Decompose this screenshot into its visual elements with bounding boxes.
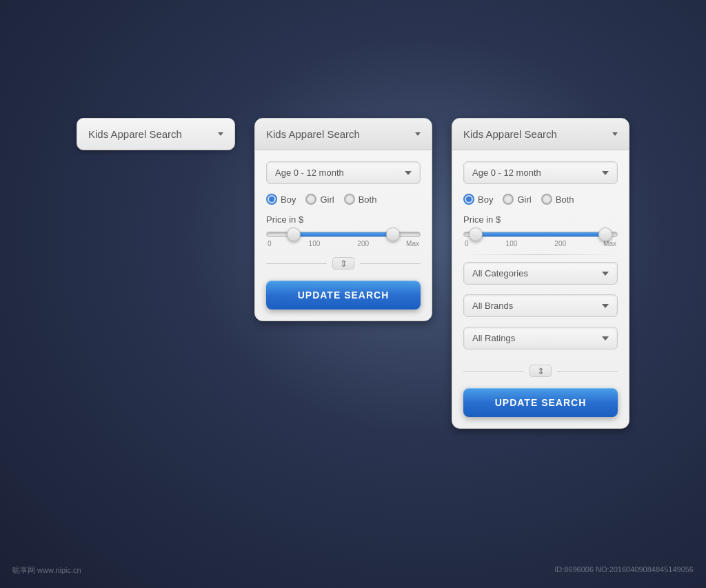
update-search-button-large[interactable]: UPDATE SEARCH bbox=[463, 388, 618, 417]
widget-medium: Kids Apparel Search Age 0 - 12 month Boy bbox=[254, 118, 432, 321]
ratings-dropdown-large[interactable]: All Ratings bbox=[463, 327, 618, 349]
widget-medium-title: Kids Apparel Search bbox=[266, 128, 360, 140]
collapsed-chevron-icon bbox=[218, 132, 223, 136]
toggle-center-medium[interactable]: ⇕ bbox=[332, 257, 354, 270]
slider-thumb-left-large[interactable] bbox=[469, 227, 483, 241]
radio-label-boy-medium: Boy bbox=[281, 194, 296, 205]
radio-circle-girl-medium bbox=[305, 194, 316, 205]
widget-large-chevron-icon bbox=[612, 132, 618, 136]
collapsed-title: Kids Apparel Search bbox=[88, 128, 182, 140]
slider-fill-large bbox=[472, 232, 609, 236]
age-dropdown-large-chevron-icon bbox=[602, 171, 609, 175]
watermark-right: ID:8696006 NO:20160409084845149056 bbox=[554, 565, 694, 576]
widget-medium-body: Age 0 - 12 month Boy Girl Both bbox=[255, 150, 432, 321]
age-dropdown-medium-label: Age 0 - 12 month bbox=[275, 168, 344, 178]
radio-circle-both-large bbox=[541, 194, 552, 205]
tick-max-medium: Max bbox=[406, 240, 419, 247]
toggle-line-left-large bbox=[463, 371, 524, 372]
divider-1-large bbox=[463, 254, 618, 255]
toggle-line-right-large bbox=[557, 371, 618, 372]
slider-thumb-right-medium[interactable] bbox=[386, 227, 400, 241]
slider-track-large bbox=[463, 232, 618, 237]
widget-large: Kids Apparel Search Age 0 - 12 month Boy bbox=[452, 118, 629, 429]
gender-radio-group-medium: Boy Girl Both bbox=[266, 194, 421, 205]
price-label-large: Price in $ bbox=[463, 214, 618, 225]
toggle-center-large[interactable]: ⇕ bbox=[530, 365, 552, 377]
slider-fill-medium bbox=[290, 232, 396, 236]
watermark: 昵享网 www.nipic.cn ID:8696006 NO:201604090… bbox=[0, 565, 706, 576]
brands-dropdown-large-chevron-icon bbox=[602, 304, 609, 308]
brands-dropdown-large-label: All Brands bbox=[472, 301, 513, 311]
radio-label-both-medium: Both bbox=[359, 194, 377, 205]
widget-large-title: Kids Apparel Search bbox=[463, 128, 557, 140]
tick-200-large: 200 bbox=[554, 240, 566, 247]
toggle-line-left-medium bbox=[266, 263, 327, 264]
radio-circle-boy-medium bbox=[266, 194, 277, 205]
expand-toggle-medium[interactable]: ⇕ bbox=[266, 252, 421, 275]
widgets-row: Kids Apparel Search Kids Apparel Search … bbox=[77, 118, 629, 470]
expand-toggle-large[interactable]: ⇕ bbox=[463, 359, 618, 383]
tick-0-medium: 0 bbox=[268, 240, 272, 247]
radio-circle-girl-large bbox=[503, 194, 514, 205]
categories-dropdown-large-chevron-icon bbox=[602, 272, 609, 276]
widget-medium-chevron-icon bbox=[415, 132, 421, 136]
radio-label-girl-medium: Girl bbox=[320, 194, 334, 205]
radio-girl-large[interactable]: Girl bbox=[503, 194, 531, 205]
slider-track-medium bbox=[266, 232, 421, 237]
widget-medium-header[interactable]: Kids Apparel Search bbox=[255, 119, 432, 150]
widget-large-body: Age 0 - 12 month Boy Girl Both bbox=[452, 150, 629, 428]
watermark-left: 昵享网 www.nipic.cn bbox=[12, 565, 81, 576]
gender-radio-group-large: Boy Girl Both bbox=[463, 194, 618, 205]
slider-thumb-left-medium[interactable] bbox=[287, 227, 301, 241]
radio-boy-large[interactable]: Boy bbox=[463, 194, 493, 205]
brands-dropdown-large[interactable]: All Brands bbox=[463, 294, 618, 317]
widget-large-header[interactable]: Kids Apparel Search bbox=[452, 119, 629, 150]
slider-ticks-large: 0 100 200 Max bbox=[463, 240, 618, 247]
age-dropdown-medium[interactable]: Age 0 - 12 month bbox=[266, 161, 421, 184]
slider-ticks-medium: 0 100 200 Max bbox=[266, 240, 421, 247]
slider-thumb-right-large[interactable] bbox=[598, 227, 612, 241]
radio-dot-boy-medium bbox=[269, 196, 274, 202]
ratings-dropdown-large-label: All Ratings bbox=[472, 333, 515, 343]
radio-circle-boy-large bbox=[463, 194, 474, 205]
radio-dot-boy-large bbox=[466, 196, 472, 202]
age-dropdown-medium-chevron-icon bbox=[405, 171, 412, 175]
tick-100-large: 100 bbox=[506, 240, 518, 247]
tick-100-medium: 100 bbox=[309, 240, 321, 247]
price-slider-medium[interactable]: 0 100 200 Max bbox=[266, 232, 421, 247]
categories-dropdown-large[interactable]: All Categories bbox=[463, 262, 618, 285]
ratings-dropdown-large-chevron-icon bbox=[602, 336, 609, 341]
age-dropdown-large-label: Age 0 - 12 month bbox=[472, 168, 541, 178]
toggle-line-right-medium bbox=[360, 263, 421, 264]
categories-dropdown-large-label: All Categories bbox=[472, 268, 528, 278]
price-slider-large[interactable]: 0 100 200 Max bbox=[463, 232, 618, 247]
radio-both-large[interactable]: Both bbox=[541, 194, 574, 205]
radio-label-boy-large: Boy bbox=[478, 194, 493, 205]
age-dropdown-large[interactable]: Age 0 - 12 month bbox=[463, 161, 618, 184]
radio-both-medium[interactable]: Both bbox=[344, 194, 377, 205]
update-search-button-medium[interactable]: UPDATE SEARCH bbox=[266, 281, 421, 310]
radio-label-girl-large: Girl bbox=[517, 194, 531, 205]
radio-girl-medium[interactable]: Girl bbox=[305, 194, 334, 205]
radio-circle-both-medium bbox=[344, 194, 355, 205]
tick-200-medium: 200 bbox=[357, 240, 369, 247]
radio-label-both-large: Both bbox=[556, 194, 574, 205]
tick-0-large: 0 bbox=[465, 240, 469, 247]
radio-boy-medium[interactable]: Boy bbox=[266, 194, 296, 205]
widget-collapsed[interactable]: Kids Apparel Search bbox=[77, 118, 235, 150]
price-label-medium: Price in $ bbox=[266, 214, 421, 225]
